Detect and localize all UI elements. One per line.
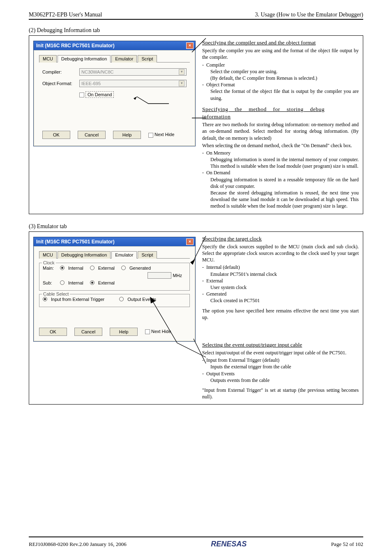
chevron-down-icon[interactable]: ▾ [179,81,184,86]
nexthide-checkbox[interactable] [148,133,153,138]
cable-output-radio[interactable] [119,297,124,301]
dialog1: Init (M16C R8C PC7501 Emulator) × MCU De… [33,41,196,146]
sub-external-radio[interactable] [90,280,95,285]
header-right: 3. Usage (How to Use the Emulator Debugg… [255,12,363,18]
dialog2-body: MCU Debugging Information Emulator Scrip… [35,247,194,340]
objfmt-row: Object Format: IEEE-695 ▾ [42,80,187,87]
mhz-input[interactable] [148,272,171,279]
text2: Specifying the compiler used and the obj… [202,39,359,210]
text3-p1: Specify the clock sources supplied to th… [202,243,359,264]
text2-p3: When selecting the on demand method, che… [202,142,359,149]
nexthide-label: Next Hide [151,329,171,334]
section-3-frame: Init (M16C R8C PC7501 Emulator) × MCU De… [29,231,363,405]
dialog2: Init (M16C R8C PC7501 Emulator) × MCU De… [33,237,196,342]
main-external-radio[interactable] [90,266,95,270]
clock-fieldset: Clock Main: Internal External Generated … [39,263,190,291]
tab-emulator[interactable]: Emulator [111,55,137,62]
text2-p2: There are two methods for storing debug … [202,121,359,141]
help-button[interactable]: Help [113,131,141,139]
help-button[interactable]: Help [110,328,138,336]
text3-h1: Specifying the target clock [202,235,359,243]
objfmt-value: IEEE-695 [81,81,101,86]
clock-legend: Clock [42,260,56,265]
compiler-value: NC30WA/NC8C [81,69,113,74]
main-internal-radio[interactable] [60,266,65,270]
cable-input-radio[interactable] [43,297,47,301]
tab-debuginfo[interactable]: Debugging Information [58,55,111,62]
text3-p2: The option you have specified here remai… [202,308,359,321]
text3-h2: Selecting the event output/trigger input… [202,341,359,349]
t3-li3: GeneratedClock created in PC7501 [202,291,359,304]
header-left: M3062PT2-EPB User's Manual [29,12,102,18]
tab-emulator[interactable]: Emulator [111,251,137,259]
close-icon[interactable]: × [186,42,194,49]
nexthide-checkbox[interactable] [145,329,150,334]
nexthide-row: Next Hide [145,329,171,334]
text2-h2: Specifying the method for storing debug … [202,106,359,120]
mhz-row: MHz [43,272,186,279]
section-2-title: (2) Debugging Information tab [29,27,363,34]
objfmt-combo[interactable]: IEEE-695 ▾ [79,80,187,87]
nexthide-label: Next Hide [154,132,174,137]
objfmt-label: Object Format: [42,81,79,86]
dialog2-title: Init (M16C R8C PC7501 Emulator) [36,239,115,245]
text2-li2: Object Format Select the format of the o… [202,81,359,102]
tab-mcu[interactable]: MCU [39,251,57,259]
header-rule [29,19,363,20]
text3-p3: Select input/output of the event output/… [202,349,359,356]
dialog2-buttons: OK Cancel Help Next Hide [39,328,190,336]
cable-legend: Cable Select [42,291,70,296]
text2-li4: On Demand Debugging information is store… [202,169,359,209]
text2-p1: Specify the compiler you are using and t… [202,47,359,60]
ondemand-checkbox[interactable] [79,92,84,97]
close-icon[interactable]: × [186,238,194,245]
text3-p4: "Input from External Trigger" is set at … [202,387,359,400]
text2-li3: On Memory Debugging information is store… [202,150,359,170]
compiler-combo[interactable]: NC30WA/NC8C ▾ [79,68,187,76]
ondemand-row: On Demand [79,91,187,98]
t3-li5: Output EventsOutputs events from the cab… [202,370,359,384]
cancel-button[interactable]: Cancel [74,328,102,336]
page-header: M3062PT2-EPB User's Manual 3. Usage (How… [29,12,363,18]
nexthide-row: Next Hide [148,132,174,137]
text2-li1: Compiler Select the compiler you are usi… [202,62,359,82]
tab-mcu[interactable]: MCU [39,55,57,62]
dialog1-title: Init (M16C R8C PC7501 Emulator) [36,43,115,49]
dialog2-wrapper: Init (M16C R8C PC7501 Emulator) × MCU De… [33,235,196,401]
main-clock-row: Main: Internal External Generated [43,266,186,271]
dialog1-wrapper: Init (M16C R8C PC7501 Emulator) × MCU De… [33,39,196,210]
ondemand-label: On Demand [85,91,114,98]
section-3-title: (3) Emulator tab [29,223,363,230]
compiler-label: Compiler: [42,69,79,74]
dialog2-titlebar: Init (M16C R8C PC7501 Emulator) × [34,237,195,246]
sub-internal-radio[interactable] [60,280,65,285]
dialog1-titlebar: Init (M16C R8C PC7501 Emulator) × [34,41,195,50]
cable-fieldset: Cable Select Input from External Trigger… [39,294,190,307]
dialog1-body: MCU Debugging Information Emulator Scrip… [35,51,194,145]
cable-row: Input from External Trigger Output Event… [43,297,186,302]
t3-li1: Internal (default)Emulator PC7501's inte… [202,264,359,277]
tab-script[interactable]: Script [138,55,157,62]
t3-li2: ExternalUser system clock [202,278,359,291]
chevron-down-icon[interactable]: ▾ [179,69,184,75]
text2-h1: Specifying the compiler used and the obj… [202,39,359,46]
sub-clock-row: Sub: Internal External [43,280,186,285]
compiler-row: Compiler: NC30WA/NC8C ▾ [42,68,187,76]
main-label: Main: [43,266,58,271]
ok-button[interactable]: OK [42,131,70,139]
sub-label: Sub: [43,280,58,285]
dialog2-tabs: MCU Debugging Information Emulator Scrip… [39,251,190,259]
tab-debuginfo[interactable]: Debugging Information [58,251,111,259]
text3: Specifying the target clock Specify the … [202,235,359,401]
cancel-button[interactable]: Cancel [78,131,106,139]
dialog1-buttons: OK Cancel Help Next Hide [42,131,187,139]
dialog1-tabs: MCU Debugging Information Emulator Scrip… [39,55,190,62]
main-generated-radio[interactable] [121,266,126,270]
tab-script[interactable]: Script [138,251,157,259]
section-2-frame: Init (M16C R8C PC7501 Emulator) × MCU De… [29,35,363,214]
ok-button[interactable]: OK [39,328,67,336]
t3-li4: Input from External Trigger (default)Inp… [202,357,359,370]
